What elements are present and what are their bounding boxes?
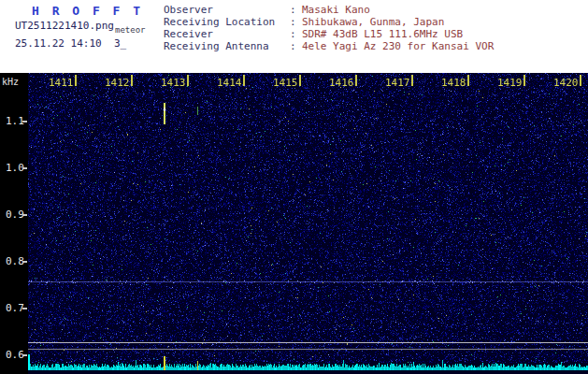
freq-label: 0.6 — [6, 350, 24, 360]
freq-label: 1.0 — [6, 163, 24, 173]
info-colon: : — [290, 4, 302, 16]
info-value: SDR# 43dB L15 111.6MHz USB — [302, 28, 463, 40]
info-colon: : — [290, 28, 302, 40]
time-label: 1416 — [329, 78, 354, 88]
time-label: 1419 — [497, 78, 523, 88]
header: H R O F F T UT2511221410.png meteor 25.1… — [0, 0, 588, 73]
freq-tick — [22, 121, 27, 122]
time-label: 1414 — [217, 78, 242, 88]
freq-tick — [22, 167, 27, 169]
station-info-row: Observer:Masaki Kano — [164, 4, 494, 16]
time-tick — [243, 75, 245, 86]
freq-tick — [22, 354, 27, 356]
freq-unit-label: kHz — [2, 78, 19, 87]
time-label: 1411 — [49, 78, 74, 88]
station-info-row: Receiver:SDR# 43dB L15 111.6MHz USB — [164, 28, 494, 40]
info-colon: : — [290, 16, 302, 28]
station-info-row: Receiving Antenna:4ele Yagi Az 230 for K… — [164, 40, 494, 52]
info-colon: : — [290, 40, 302, 52]
spectrogram-canvas — [28, 73, 588, 374]
time-label: 1415 — [273, 78, 298, 88]
freq-tick — [22, 214, 27, 216]
time-label: 1412 — [105, 78, 130, 88]
freq-label: 0.9 — [6, 209, 24, 220]
time-tick — [299, 75, 301, 86]
freq-tick — [22, 261, 27, 263]
freq-label: 0.8 — [6, 256, 24, 266]
info-value: Masaki Kano — [302, 4, 370, 16]
info-value: 4ele Yagi Az 230 for Kansai VOR — [302, 40, 494, 52]
output-filename: UT2511221410.png — [15, 21, 114, 31]
time-tick — [580, 75, 581, 86]
info-label: Receiver — [164, 28, 290, 40]
info-value: Shibukawa, Gunma, Japan — [302, 16, 444, 28]
app-title: H R O F F T — [32, 5, 143, 17]
info-label: Observer — [164, 4, 290, 16]
time-tick — [131, 75, 133, 86]
mode-label: meteor — [115, 26, 146, 35]
freq-tick — [22, 308, 27, 309]
freq-label: 1.1 — [6, 116, 24, 126]
time-tick — [75, 75, 77, 86]
hrofft-screen: H R O F F T UT2511221410.png meteor 25.1… — [0, 0, 588, 374]
time-label: 1413 — [161, 78, 186, 88]
time-tick — [411, 75, 413, 86]
time-tick — [523, 75, 525, 86]
time-tick — [467, 75, 469, 86]
datetime-counter: 25.11.22 14:10 3_ — [15, 38, 126, 49]
freq-label: 0.7 — [6, 303, 24, 313]
time-tick — [187, 75, 189, 86]
info-label: Receiving Antenna — [164, 40, 290, 52]
time-label: 1418 — [441, 78, 466, 88]
info-label: Receiving Location — [164, 16, 290, 28]
station-info-table: Observer:Masaki KanoReceiving Location:S… — [164, 4, 494, 52]
time-tick — [355, 75, 357, 86]
station-info-row: Receiving Location:Shibukawa, Gunma, Jap… — [164, 16, 494, 28]
time-label: 1417 — [385, 78, 410, 88]
time-label: 1420 — [553, 78, 579, 88]
